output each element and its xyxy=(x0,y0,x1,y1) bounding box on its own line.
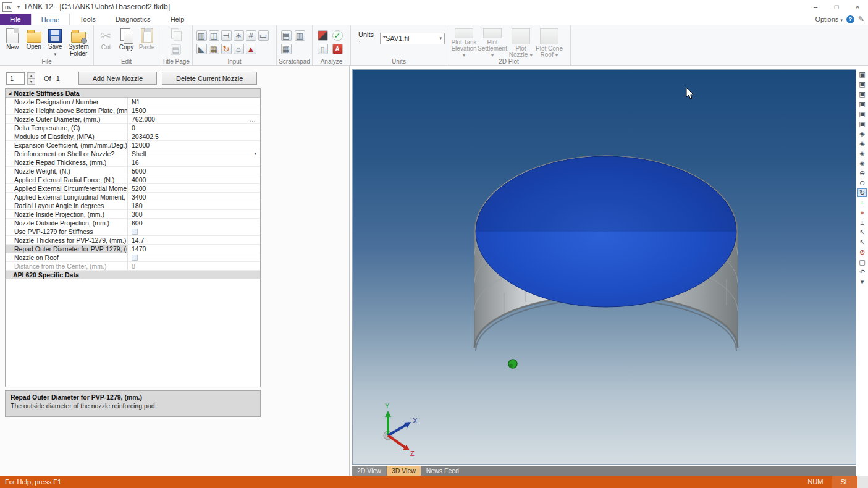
property-value[interactable]: Shell▾ xyxy=(128,149,260,158)
view-left-icon[interactable]: ▣ xyxy=(857,90,867,98)
property-row[interactable]: Nozzle Repad Thickness, (mm.)16 xyxy=(6,158,260,167)
zoom-extents-icon[interactable]: ± xyxy=(857,218,867,227)
view-tab-news-feed[interactable]: News Feed xyxy=(421,466,464,476)
property-row[interactable]: Reinforcement on Shell or Nozzle?Shell▾ xyxy=(6,149,260,158)
property-row[interactable]: Nozzle Thickness for PVP-1279, (mm.)14.7 xyxy=(6,236,260,245)
property-row[interactable]: Applied External Longitudinal Moment, (N… xyxy=(6,193,260,201)
help-icon[interactable]: ? xyxy=(846,15,854,23)
tab-tools[interactable]: Tools xyxy=(70,14,106,25)
property-row[interactable]: Distance from the Center, (mm.)0 xyxy=(6,262,260,271)
property-row[interactable]: Nozzle Inside Projection, (mm.)300 xyxy=(6,210,260,219)
property-row[interactable]: Repad Outer Diameter for PVP-1279, (mm.)… xyxy=(6,245,260,253)
view-top-icon[interactable]: ▣ xyxy=(857,109,867,118)
property-row[interactable]: Modulus of Elasticity, (MPA)203402.5 xyxy=(6,132,260,141)
scratchpad-notes-icon[interactable]: ▤ xyxy=(281,30,292,41)
property-row[interactable]: Use PVP-1279 for Stiffness xyxy=(6,227,260,236)
dropdown-caret-icon[interactable]: ▾ xyxy=(254,151,256,156)
select-icon[interactable]: ↖ xyxy=(857,228,867,237)
paste-button[interactable]: Paste xyxy=(137,27,156,58)
plot-button-plot-nozzle[interactable]: Plot Nozzle ▾ xyxy=(507,27,535,58)
run-analysis-icon[interactable] xyxy=(318,30,328,41)
hide-element-icon[interactable]: ⊘ xyxy=(857,248,867,256)
iso-view-sw-icon[interactable]: ◈ xyxy=(857,139,867,148)
pdf-report-icon[interactable]: A xyxy=(332,44,343,54)
property-row[interactable]: Nozzle Outside Projection, (mm.)600 xyxy=(6,219,260,227)
open-button[interactable]: Open xyxy=(23,27,43,58)
review-results-icon[interactable]: ✓ xyxy=(332,30,343,41)
view-tab-2d-view[interactable]: 2D View xyxy=(352,466,386,476)
stiffener-input-icon[interactable]: # xyxy=(246,30,256,41)
view-right-icon[interactable]: ▣ xyxy=(857,99,867,108)
shell-courses-input-icon[interactable]: ◫ xyxy=(209,30,219,41)
property-value[interactable]: 1500 xyxy=(128,106,260,114)
spin-up-icon[interactable]: ▴ xyxy=(27,72,35,78)
save-button[interactable]: Save ▾ xyxy=(45,27,65,58)
units-dropdown[interactable]: *SAV1.fil ▾ xyxy=(380,33,445,44)
title-page-button[interactable] xyxy=(165,27,187,42)
system-folder-button[interactable]: System Folder xyxy=(66,27,91,58)
view-bottom-icon[interactable]: ▣ xyxy=(857,119,867,128)
orbit-view-icon[interactable]: ● xyxy=(857,208,867,217)
property-row[interactable]: Nozzle Weight, (N.)5000 xyxy=(6,167,260,175)
scratchpad-calc-icon[interactable]: ▥ xyxy=(295,30,305,41)
checkbox[interactable] xyxy=(132,229,138,235)
property-value[interactable]: 14.7 xyxy=(128,236,260,244)
nozzle-index-input[interactable]: 1 xyxy=(6,72,25,85)
cut-button[interactable]: ✂ Cut xyxy=(96,27,116,58)
roof-input-icon[interactable]: ◣ xyxy=(196,44,207,54)
box-zoom-icon[interactable]: ▢ xyxy=(857,258,867,266)
property-value[interactable]: 12000 xyxy=(128,141,260,149)
property-value[interactable]: 180 xyxy=(128,201,260,209)
property-value[interactable]: 1470 xyxy=(128,245,260,253)
title-page-import-button[interactable]: ▤ xyxy=(165,43,187,55)
options-menu[interactable]: Options ▾ xyxy=(815,15,843,23)
view-front-icon[interactable]: ▣ xyxy=(857,70,867,78)
zoom-out-icon[interactable]: ⊖ xyxy=(857,179,867,187)
plot-button-plot-cone-roof[interactable]: Plot Cone Roof ▾ xyxy=(535,27,563,58)
property-row[interactable]: Nozzle Designation / NumberN1 xyxy=(6,98,260,106)
tab-help[interactable]: Help xyxy=(161,14,195,25)
property-value[interactable]: 16 xyxy=(128,158,260,166)
close-button[interactable]: × xyxy=(847,0,868,14)
seismic-input-icon[interactable]: ▲ xyxy=(246,44,256,54)
restore-button[interactable]: □ xyxy=(826,0,847,14)
plot-button-plot-settlement[interactable]: Plot Settlement ▾ xyxy=(478,27,507,58)
property-value[interactable]: 762.000… xyxy=(128,115,260,123)
draw-style-icon[interactable]: ✎ xyxy=(858,15,864,23)
iso-view-nw-icon[interactable]: ◈ xyxy=(857,159,867,167)
select-alt-icon[interactable]: ↖ xyxy=(857,238,867,246)
quick-access-caret-icon[interactable]: ▾ xyxy=(17,4,20,10)
view-tab-3d-view[interactable]: 3D View xyxy=(387,466,421,476)
load-input-icon[interactable]: ∗ xyxy=(234,30,244,41)
property-value[interactable]: 3400 xyxy=(128,193,260,201)
property-row[interactable]: Nozzle Height above Bottom Plate, (mm.)1… xyxy=(6,106,260,115)
settlement-input-icon[interactable]: ⌂ xyxy=(234,44,244,54)
property-value[interactable]: 0 xyxy=(128,262,260,270)
temperature-cycle-input-icon[interactable]: ↻ xyxy=(221,44,232,54)
resize-grip[interactable] xyxy=(857,476,868,488)
plot-button-plot-tank-elevation[interactable]: Plot Tank Elevation ▾ xyxy=(450,27,478,58)
scratchpad-report-icon[interactable]: ▦ xyxy=(281,44,292,54)
tab-home[interactable]: Home xyxy=(31,14,70,25)
property-value[interactable]: 0 xyxy=(128,124,260,132)
property-row[interactable]: Radial Layout Angle in degrees180 xyxy=(6,201,260,210)
property-value[interactable] xyxy=(128,253,260,261)
copy-button[interactable]: Copy xyxy=(117,27,136,58)
section-api-620-specific-data[interactable]: API 620 Specific Data xyxy=(6,271,260,279)
nozzle-input-icon[interactable]: ⊣ xyxy=(221,30,232,41)
property-value[interactable]: 203402.5 xyxy=(128,132,260,140)
property-row[interactable]: Applied External Circumferential Moment,… xyxy=(6,184,260,193)
grillage-input-icon[interactable]: ▦ xyxy=(209,44,219,54)
property-row[interactable]: Applied External Radial Force, (N.)4000 xyxy=(6,175,260,184)
property-row[interactable]: Nozzle Outer Diameter, (mm.)762.000… xyxy=(6,115,260,124)
checkbox[interactable] xyxy=(132,255,138,261)
tank-general-input-icon[interactable]: ▥ xyxy=(196,30,207,41)
anchor-input-icon[interactable]: ▭ xyxy=(258,30,269,41)
property-row[interactable]: Expansion Coefficient, (mm./mm./Deg.)120… xyxy=(6,141,260,149)
3d-viewport[interactable]: Y X Z xyxy=(352,69,856,465)
material-database-icon[interactable]: ▯ xyxy=(318,44,328,54)
property-value[interactable]: 600 xyxy=(128,219,260,227)
property-value[interactable]: 300 xyxy=(128,210,260,218)
minimize-button[interactable]: – xyxy=(805,0,826,14)
view-undo-icon[interactable]: ↶ xyxy=(857,267,867,276)
